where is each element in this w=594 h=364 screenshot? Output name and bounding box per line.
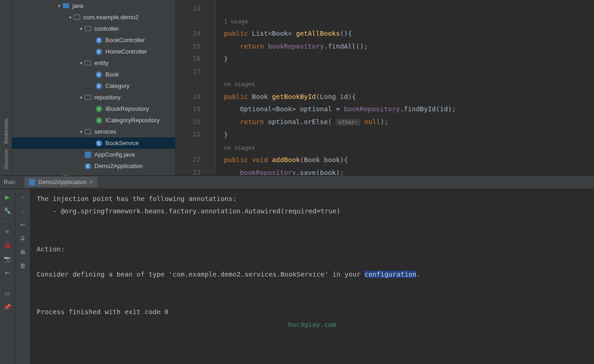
tree-label: entity	[94, 60, 109, 66]
console-line: Consider defining a bean of type 'com.ex…	[37, 268, 588, 281]
code-line[interactable]: }	[224, 53, 594, 65]
run-tab-label: Demo2Application	[38, 179, 87, 185]
highlight: configuration	[365, 271, 417, 278]
tree-label: java	[72, 2, 83, 9]
chevron-icon[interactable]: ▾	[78, 27, 84, 31]
code-area[interactable]: 1 usagepublic List<Book> getAllBooks(){ …	[216, 0, 594, 175]
tree-node[interactable]: IICategoryRepository	[12, 114, 175, 126]
pin-icon[interactable]: 📌	[4, 304, 11, 311]
code-line[interactable]: public Book getBookById(Long id){	[224, 91, 594, 103]
console-output[interactable]: The injection point has the following an…	[30, 189, 594, 364]
console-line: The injection point has the following an…	[37, 193, 588, 206]
clsC-icon: C	[95, 48, 103, 55]
code-line[interactable]: return bookRepository.findAll();	[224, 40, 594, 53]
clsI-icon: I	[95, 105, 103, 113]
clsC-icon: C	[95, 140, 103, 147]
code-line[interactable]: public List<Book> getAllBooks(){	[224, 27, 594, 40]
console-line: - @org.springframework.beans.factory.ann…	[37, 205, 588, 218]
tree-node[interactable]: ▾entity	[12, 57, 175, 69]
run-toolbar-left: ▶ 🔧 ■ 🐞 📷 ⇤ ▭ 📌	[0, 189, 15, 364]
tree-node[interactable]: CBookController	[12, 34, 175, 46]
chevron-icon[interactable]: ▾	[78, 95, 84, 100]
console-line	[37, 218, 588, 231]
tree-label: com.example.demo2	[83, 14, 139, 21]
dump-icon[interactable]: 🐞	[4, 242, 11, 249]
chevron-icon[interactable]: ▾	[56, 4, 62, 8]
print-icon[interactable]: 🖶	[19, 249, 26, 256]
project-tree[interactable]: ▾java▾com.example.demo2▾controllerCBookC…	[12, 0, 175, 175]
clsI-icon: I	[95, 117, 103, 124]
softwrap-icon[interactable]: ↩	[19, 221, 26, 228]
folder-dk-icon	[73, 14, 81, 21]
exit-icon[interactable]: ⇤	[4, 269, 11, 277]
tree-label: AppConfig.java	[94, 151, 135, 158]
tree-node[interactable]: ▾java	[12, 0, 175, 11]
inlay-hint: no usages	[224, 78, 594, 91]
chevron-icon[interactable]: ▾	[67, 15, 73, 20]
structure-tool[interactable]: Structure	[2, 147, 10, 173]
bookmarks-tool[interactable]: Bookmarks	[2, 116, 10, 147]
tree-label: Demo2Application	[94, 163, 143, 169]
wrench-icon[interactable]: 🔧	[4, 207, 11, 215]
clsC-icon: C	[95, 71, 103, 78]
layout-icon[interactable]: ▭	[4, 290, 11, 297]
down-icon[interactable]: ↓	[19, 207, 26, 215]
tree-node[interactable]: CBookService	[12, 137, 175, 149]
tree-node[interactable]: IIBookRepository	[12, 103, 175, 114]
line-number: 13	[175, 2, 201, 15]
tree-node[interactable]: CHomeController	[12, 46, 175, 57]
tree-label: BookService	[105, 140, 139, 147]
tree-node[interactable]: ▾resources	[12, 172, 175, 175]
line-number: 22	[175, 153, 201, 166]
console-line	[37, 255, 588, 268]
tree-node[interactable]: ▾com.example.demo2	[12, 11, 175, 23]
console-line: Process finished with exit code 0	[37, 306, 588, 319]
folder-dk-icon	[84, 128, 92, 136]
line-number: 17	[175, 65, 201, 78]
tree-node[interactable]: CBook	[12, 69, 175, 80]
tree-label: HomeController	[105, 48, 147, 55]
tree-label: services	[94, 128, 116, 135]
clsC-icon: C	[84, 163, 92, 170]
code-line[interactable]: Optional<Book> optional = bookRepository…	[224, 103, 594, 116]
tree-node[interactable]: ▾repository	[12, 92, 175, 103]
code-line[interactable]	[224, 2, 594, 15]
inlay-hint: 1 usage	[224, 15, 594, 28]
up-icon[interactable]: ↑	[19, 194, 26, 201]
camera-icon[interactable]: 📷	[4, 255, 11, 263]
stop-icon[interactable]: ■	[4, 228, 11, 235]
run-panel: ▶ 🔧 ■ 🐞 📷 ⇤ ▭ 📌 ↑ ↓ ↩ ⇊ 🖶 🗑 The injectio…	[0, 189, 594, 364]
tree-label: ICategoryRepository	[105, 117, 160, 124]
tree-node[interactable]: ▾controller	[12, 23, 175, 34]
tree-node[interactable]: AppConfig.java	[12, 149, 175, 160]
run-tab[interactable]: Demo2Application ×	[24, 177, 97, 187]
line-number: 23	[175, 166, 201, 175]
console-line	[37, 230, 588, 243]
console-line: Action:	[37, 243, 588, 256]
run-config-icon	[29, 179, 35, 185]
console-line	[37, 293, 588, 306]
line-number: 19	[175, 103, 201, 116]
trash-icon[interactable]: 🗑	[19, 262, 26, 270]
tree-node[interactable]: CDemo2Application	[12, 160, 175, 172]
line-gutter: 13 14151617 18192021 222324	[175, 0, 204, 175]
watermark: hoc3giay.com	[37, 319, 588, 331]
code-line[interactable]: bookRepository.save(book);	[224, 167, 594, 175]
clsC-icon: C	[95, 82, 103, 90]
rerun-icon[interactable]: ▶	[4, 194, 11, 201]
scroll-icon[interactable]: ⇊	[19, 235, 26, 242]
code-line[interactable]: }	[224, 129, 594, 141]
chevron-icon[interactable]: ▾	[78, 130, 84, 134]
close-icon[interactable]: ×	[89, 179, 93, 185]
appcfg-icon	[84, 151, 92, 158]
tree-label: Category	[105, 82, 130, 89]
tree-node[interactable]: ▾services	[12, 126, 175, 137]
code-line[interactable]: return optional.orElse( other: null);	[224, 116, 594, 129]
chevron-icon[interactable]: ▾	[78, 61, 84, 65]
tree-label: Book	[105, 71, 119, 78]
code-line[interactable]	[224, 65, 594, 78]
code-line[interactable]: public void addBook(Book book){	[224, 154, 594, 167]
code-editor[interactable]: 13 14151617 18192021 222324 1 usagepubli…	[175, 0, 594, 175]
tree-node[interactable]: CCategory	[12, 80, 175, 92]
tree-label: BookController	[105, 37, 145, 43]
